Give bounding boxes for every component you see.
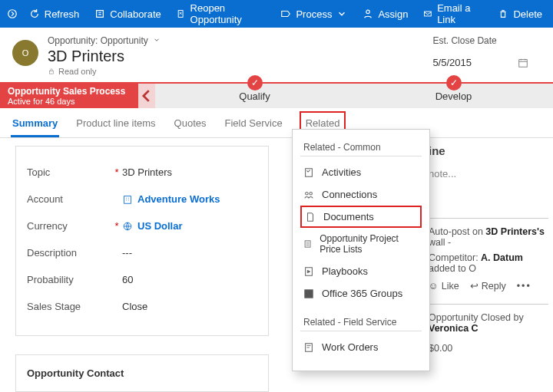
svg-rect-1	[97, 11, 104, 18]
office365-icon	[303, 288, 314, 299]
documents-icon	[305, 212, 316, 222]
stage-qualify[interactable]: ✓ Qualify	[155, 84, 354, 108]
reply-button[interactable]: ↩Reply	[470, 280, 506, 292]
close-date-label: Est. Close Date	[432, 35, 528, 46]
related-connections[interactable]: Connections	[300, 183, 422, 206]
stage-qualify-label: Qualify	[239, 91, 270, 102]
timeline-entry: Competitor: A. Datum added to O	[429, 252, 548, 274]
process-label: Process	[296, 8, 332, 20]
stage-check-icon: ✓	[247, 75, 263, 91]
process-icon	[280, 8, 291, 19]
delete-label: Delete	[513, 8, 542, 20]
assign-icon	[363, 8, 373, 19]
topic-label: Topic	[27, 166, 111, 178]
related-activities[interactable]: Activities	[300, 161, 422, 183]
process-name: Opportunity Sales Process	[8, 86, 131, 97]
description-value: ---	[122, 247, 257, 259]
field-currency[interactable]: Currency * US Dollar	[27, 212, 257, 239]
record-header: O Opportunity: Opportunity 3D Printers R…	[0, 28, 553, 82]
tab-quotes[interactable]: Quotes	[173, 110, 208, 137]
chevron-down-icon	[153, 35, 161, 46]
close-date-value: 5/5/2015	[432, 57, 472, 68]
email-link-button[interactable]: Email a Link	[416, 0, 490, 28]
readonly-label: Read only	[58, 67, 97, 76]
svg-point-11	[310, 192, 313, 195]
reopen-button[interactable]: Reopen Opportunity	[169, 0, 273, 28]
process-button[interactable]: Process	[273, 0, 355, 28]
reopen-label: Reopen Opportunity	[190, 2, 266, 25]
probability-label: Probability	[27, 274, 111, 285]
stage-check-icon: ✓	[446, 75, 462, 91]
like-button[interactable]: ☺Like	[429, 281, 459, 292]
header-close-date: Est. Close Date 5/5/2015	[432, 35, 541, 68]
stage-develop-label: Develop	[435, 91, 472, 102]
delete-button[interactable]: Delete	[490, 0, 550, 28]
refresh-label: Refresh	[45, 8, 80, 20]
building-icon	[122, 194, 133, 205]
refresh-button[interactable]: Refresh	[22, 0, 88, 28]
timeline-title: ine	[429, 144, 548, 157]
assign-label: Assign	[378, 8, 408, 20]
readonly-indicator: Read only	[48, 67, 432, 76]
tab-summary[interactable]: Summary	[11, 110, 59, 137]
tab-field-service[interactable]: Field Service	[224, 110, 284, 137]
assign-button[interactable]: Assign	[355, 0, 416, 28]
tab-product-line-items[interactable]: Product line items	[75, 110, 157, 137]
required-indicator: *	[111, 220, 122, 232]
account-label: Account	[27, 193, 111, 205]
main-content: Topic * 3D Printers Account Adventure Wo…	[0, 138, 553, 392]
related-work-orders[interactable]: Work Orders	[300, 336, 422, 358]
svg-rect-6	[519, 59, 528, 67]
command-bar: Refresh Collaborate Reopen Opportunity P…	[0, 0, 553, 28]
account-value[interactable]: Adventure Works	[122, 193, 257, 205]
timeline-actions: ☺Like ↩Reply •••	[429, 280, 548, 292]
nav-go-icon[interactable]	[3, 0, 22, 28]
svg-point-10	[306, 192, 309, 195]
related-documents[interactable]: Documents	[300, 206, 422, 228]
timeline-note-input[interactable]: note...	[429, 168, 548, 180]
process-name-pill[interactable]: Opportunity Sales Process Active for 46 …	[0, 84, 138, 108]
breadcrumb-text: Opportunity: Opportunity	[48, 35, 148, 46]
svg-point-3	[366, 10, 369, 13]
field-topic[interactable]: Topic * 3D Printers	[27, 159, 257, 186]
business-process-bar: Opportunity Sales Process Active for 46 …	[0, 82, 553, 108]
topic-value: 3D Printers	[122, 166, 257, 178]
activities-icon	[303, 167, 314, 178]
globe-icon	[122, 221, 133, 232]
email-label: Email a Link	[437, 2, 482, 25]
process-back-button[interactable]	[138, 84, 155, 108]
related-playbooks[interactable]: Playbooks	[300, 260, 422, 282]
connections-icon	[303, 189, 314, 200]
field-account[interactable]: Account Adventure Works	[27, 186, 257, 212]
field-probability[interactable]: Probability 60	[27, 266, 257, 293]
timeline-entry: Opportunity Closed by Veronica C	[429, 312, 548, 334]
calendar-icon[interactable]	[518, 58, 528, 68]
currency-label: Currency	[27, 220, 111, 232]
svg-rect-9	[306, 168, 313, 176]
form-column: Topic * 3D Printers Account Adventure Wo…	[0, 146, 276, 392]
playbook-icon	[303, 266, 314, 277]
related-o365[interactable]: Office 365 Groups	[300, 282, 422, 305]
related-opp-price-lists[interactable]: Opportunity Project Price Lists	[300, 228, 422, 260]
divider	[429, 218, 548, 219]
svg-rect-5	[50, 71, 54, 74]
refresh-icon	[29, 8, 40, 19]
field-description[interactable]: Description ---	[27, 239, 257, 266]
more-button[interactable]: •••	[517, 281, 531, 292]
stage-develop[interactable]: ✓ Develop	[354, 84, 553, 108]
email-icon	[423, 8, 432, 19]
lock-icon	[48, 68, 55, 75]
delete-icon	[498, 8, 508, 19]
related-group-common: Related - Common	[300, 140, 422, 156]
sales-stage-value: Close	[122, 301, 257, 312]
related-group-fieldservice: Related - Field Service	[300, 315, 422, 331]
reply-icon: ↩	[470, 280, 478, 292]
timeline-entry: Auto-post on 3D Printers's wall -	[429, 226, 548, 248]
field-sales-stage[interactable]: Sales Stage Close	[27, 293, 257, 320]
collaborate-button[interactable]: Collaborate	[87, 0, 169, 28]
currency-value[interactable]: US Dollar	[122, 220, 257, 232]
opportunity-contact-section: Opportunity Contact	[15, 354, 269, 392]
svg-point-0	[8, 10, 17, 18]
breadcrumb[interactable]: Opportunity: Opportunity	[48, 35, 432, 46]
svg-rect-4	[425, 12, 432, 16]
